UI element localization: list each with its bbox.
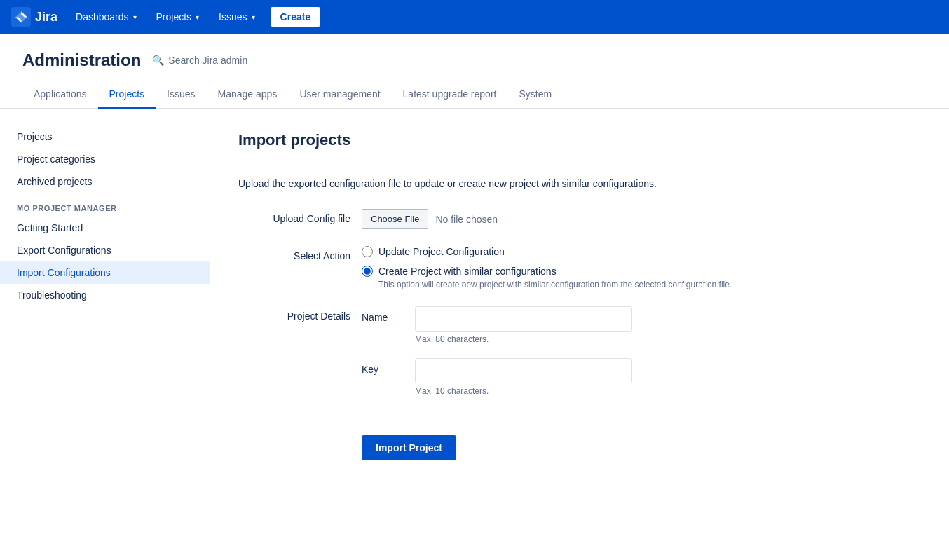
- sidebar-item-project-categories[interactable]: Project categories: [0, 148, 210, 170]
- section-title: Import projects: [238, 131, 921, 149]
- name-field-group: Name Max. 80 characters.: [362, 306, 782, 344]
- section-divider: [238, 161, 921, 161]
- sidebar-item-projects[interactable]: Projects: [0, 125, 210, 148]
- radio-update-label[interactable]: Update Project Configuration: [378, 246, 505, 257]
- radio-option2-hint: This option will create new project with…: [378, 280, 782, 289]
- upload-config-row: Upload Config file Choose File No file c…: [238, 209, 921, 229]
- key-field-group: Key Max. 10 characters.: [362, 358, 782, 396]
- search-icon: 🔍: [152, 55, 164, 66]
- key-input[interactable]: [415, 358, 632, 383]
- radio-create-config[interactable]: [362, 266, 373, 277]
- name-hint: Max. 80 characters.: [415, 334, 632, 344]
- project-details-row: Project Details Name Max. 80 characters.…: [238, 306, 921, 418]
- tab-bar: Applications Projects Issues Manage apps…: [0, 81, 949, 109]
- key-field-label: Key: [362, 358, 404, 375]
- sidebar-item-import-configurations[interactable]: Import Configurations: [0, 261, 210, 284]
- sidebar-section-label: MO PROJECT MANAGER: [0, 193, 210, 217]
- search-admin-text: Search Jira admin: [168, 55, 247, 66]
- name-input[interactable]: [415, 306, 632, 332]
- page-header: Administration 🔍 Search Jira admin: [0, 34, 949, 70]
- radio-row-1: Update Project Configuration: [362, 246, 782, 257]
- search-admin[interactable]: 🔍 Search Jira admin: [152, 55, 247, 66]
- select-action-content: Update Project Configuration Create Proj…: [362, 246, 782, 289]
- logo-text: Jira: [35, 10, 57, 25]
- create-button[interactable]: Create: [271, 7, 321, 27]
- radio-option1-wrapper: Update Project Configuration: [362, 246, 782, 257]
- project-details-label: Project Details: [238, 306, 350, 322]
- tab-system[interactable]: System: [507, 81, 563, 109]
- tab-issues[interactable]: Issues: [156, 81, 206, 109]
- file-input-wrapper: Choose File No file chosen: [362, 209, 782, 229]
- page-title: Administration: [22, 50, 141, 70]
- name-field-label: Name: [362, 306, 404, 323]
- radio-update-config[interactable]: [362, 246, 373, 257]
- tab-applications[interactable]: Applications: [22, 81, 98, 109]
- radio-row-2: Create Project with similar configuratio…: [362, 266, 782, 277]
- description-text: Upload the exported configuration file t…: [238, 178, 921, 189]
- choose-file-button[interactable]: Choose File: [362, 209, 428, 229]
- main-content: Import projects Upload the exported conf…: [210, 109, 949, 556]
- project-details-form: Name Max. 80 characters. Key Max. 10 cha…: [362, 306, 782, 396]
- sidebar-item-troubleshooting[interactable]: Troubleshooting: [0, 284, 210, 306]
- jira-logo-icon: [11, 7, 31, 27]
- issues-chevron-icon: ▾: [252, 13, 255, 21]
- key-hint: Max. 10 characters.: [415, 386, 632, 396]
- name-field-col: Max. 80 characters.: [415, 306, 632, 344]
- layout: Projects Project categories Archived pro…: [0, 109, 949, 556]
- sidebar-item-export-configurations[interactable]: Export Configurations: [0, 239, 210, 261]
- dashboards-chevron-icon: ▾: [133, 13, 137, 21]
- issues-nav-btn[interactable]: Issues ▾: [212, 7, 261, 27]
- sidebar-item-archived-projects[interactable]: Archived projects: [0, 170, 210, 193]
- import-project-button[interactable]: Import Project: [362, 435, 456, 460]
- tab-manage-apps[interactable]: Manage apps: [207, 81, 289, 109]
- select-action-label: Select Action: [238, 246, 350, 261]
- top-nav: Jira Dashboards ▾ Projects ▾ Issues ▾ Cr…: [0, 0, 949, 34]
- tab-projects[interactable]: Projects: [98, 81, 156, 109]
- import-btn-wrapper: Import Project: [362, 435, 921, 460]
- tab-user-management[interactable]: User management: [288, 81, 391, 109]
- projects-nav-btn[interactable]: Projects ▾: [149, 7, 207, 27]
- select-action-row: Select Action Update Project Configurati…: [238, 246, 921, 289]
- upload-config-label: Upload Config file: [238, 209, 350, 224]
- dashboards-nav-btn[interactable]: Dashboards ▾: [69, 7, 144, 27]
- key-field-col: Max. 10 characters.: [415, 358, 632, 396]
- no-file-text: No file chosen: [435, 214, 498, 225]
- sidebar-item-getting-started[interactable]: Getting Started: [0, 217, 210, 239]
- logo: Jira: [11, 7, 57, 27]
- tab-latest-upgrade[interactable]: Latest upgrade report: [392, 81, 508, 109]
- radio-option2-wrapper: Create Project with similar configuratio…: [362, 266, 782, 289]
- radio-options: Update Project Configuration Create Proj…: [362, 246, 782, 289]
- sidebar: Projects Project categories Archived pro…: [0, 109, 210, 556]
- upload-config-content: Choose File No file chosen: [362, 209, 782, 229]
- project-details-content: Name Max. 80 characters. Key Max. 10 cha…: [362, 306, 782, 418]
- projects-chevron-icon: ▾: [196, 13, 199, 21]
- radio-create-label[interactable]: Create Project with similar configuratio…: [378, 266, 557, 277]
